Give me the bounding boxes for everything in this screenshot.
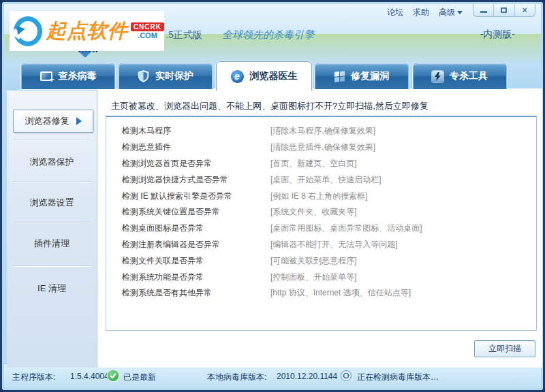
check-name: 检测桌面图标是否异常 xyxy=(122,223,270,234)
check-row: 检测恶意插件[清除恶意插件,确保修复效果] xyxy=(106,140,536,156)
check-row: 检测系统是否有其他异常[http 协议、Internet 选项、信任站点等] xyxy=(106,285,536,301)
top-link-bar: 论坛 求助 高级 xyxy=(387,7,463,18)
watermark-brand: 起点软件 xyxy=(46,18,128,45)
check-detail: [编辑器不能打开、无法导入等问题] xyxy=(270,239,398,250)
watermark-badge-bottom: .COM xyxy=(138,31,157,39)
check-circle-icon xyxy=(108,370,119,381)
check-name: 检测恶意插件 xyxy=(122,142,270,153)
sidebar-divider xyxy=(12,265,91,266)
slogan-text: 全球领先的杀毒引擎 xyxy=(222,29,314,42)
maximize-icon xyxy=(501,7,507,13)
lightning-icon xyxy=(432,71,443,82)
minimize-icon xyxy=(480,11,487,13)
check-list-panel: 检测木马程序[清除木马程序,确保修复效果] 检测恶意插件[清除恶意插件,确保修复… xyxy=(106,116,537,331)
check-name: 检测系统是否有其他异常 xyxy=(122,287,270,299)
checking-db-text: 正在检测病毒库版本… xyxy=(357,372,439,383)
watermark-badge-top: CNCRK xyxy=(131,22,164,31)
sidebar-item-browser-repair[interactable]: 浏览器修复 xyxy=(13,110,93,133)
version-suffix: .5正式版 xyxy=(166,29,202,42)
check-row: 检测 IE 默认搜索引擎是否异常[例如 IE 8 右上角的搜索框] xyxy=(106,188,536,204)
check-row: 检测注册表编辑器是否异常[编辑器不能打开、无法导入等问题] xyxy=(106,237,536,253)
check-detail: [例如 IE 8 右上角的搜索框] xyxy=(270,191,368,202)
program-version-label: 主程序版本: xyxy=(12,372,55,383)
check-row: 检测浏览器首页是否异常[首页、新建页、空白页] xyxy=(106,156,536,172)
beta-label: -内测版- xyxy=(480,29,515,41)
check-name: 检测浏览器快捷方式是否异常 xyxy=(122,174,270,186)
update-spinner-icon xyxy=(341,370,352,381)
check-name: 检测系统关键位置是否异常 xyxy=(122,206,270,218)
chevron-down-icon xyxy=(457,11,463,14)
db-version-label: 本地病毒库版本: xyxy=(207,372,266,383)
advanced-menu-label: 高级 xyxy=(439,7,455,18)
close-icon: × xyxy=(523,6,527,14)
scan-now-button[interactable]: 立即扫描 xyxy=(474,340,535,357)
check-detail: [清除木马程序,确保修复效果] xyxy=(270,125,375,137)
tab-label: 专杀工具 xyxy=(450,70,488,82)
close-button[interactable]: × xyxy=(514,4,535,16)
swirl-logo-icon xyxy=(14,16,42,46)
check-row: 检测系统关键位置是否异常[系统文件夹、收藏夹等] xyxy=(106,204,536,220)
tab-fix-vulnerabilities[interactable]: 修复漏洞 xyxy=(315,63,409,89)
sidebar-divider xyxy=(12,222,91,223)
window-controls: × xyxy=(473,4,535,17)
tab-scan-virus[interactable]: 查杀病毒 xyxy=(21,63,115,89)
ie-icon: e xyxy=(231,70,244,83)
check-detail: [首页、新建页、空白页] xyxy=(270,158,357,169)
check-name: 检测系统功能是否异常 xyxy=(122,272,270,283)
check-row: 检测系统功能是否异常[控制面板、开始菜单等] xyxy=(106,269,536,285)
tab-browser-doctor[interactable]: e 浏览器医生 xyxy=(216,61,312,91)
check-row: 检测木马程序[清除木马程序,确保修复效果] xyxy=(106,123,536,140)
tab-label: 浏览器医生 xyxy=(250,70,298,82)
arrow-right-icon xyxy=(76,117,82,125)
check-detail: [桌面常用图标、桌面异常图标、活动桌面] xyxy=(270,223,422,234)
tab-realtime-protect[interactable]: 实时保护 xyxy=(119,63,213,89)
check-name: 检测木马程序 xyxy=(122,125,270,137)
check-name: 检测 IE 默认搜索引擎是否异常 xyxy=(122,191,270,202)
help-link[interactable]: 求助 xyxy=(413,7,429,18)
watermark-badge: CNCRK .COM xyxy=(131,22,164,39)
maximize-button[interactable] xyxy=(493,4,514,16)
check-detail: [可能被关联到恶意程序] xyxy=(270,255,357,267)
sidebar-item-browser-protect[interactable]: 浏览器保护 xyxy=(7,156,97,168)
check-name: 检测文件关联是否异常 xyxy=(122,255,270,267)
check-row: 检测文件关联是否异常[可能被关联到恶意程序] xyxy=(106,252,536,269)
sidebar-divider xyxy=(12,181,91,182)
sidebar: 浏览器修复 浏览器保护 浏览器设置 插件清理 IE 清理 xyxy=(7,91,97,368)
sidebar-item-ie-clean[interactable]: IE 清理 xyxy=(7,282,97,295)
advanced-menu[interactable]: 高级 xyxy=(439,7,463,18)
forum-link[interactable]: 论坛 xyxy=(387,7,403,18)
sidebar-item-plugin-clean[interactable]: 插件清理 xyxy=(7,238,97,250)
app-window: 论坛 求助 高级 × www 起点软件 CNCRK .COM .5正式版 全球领… xyxy=(0,0,545,392)
minimize-button[interactable] xyxy=(473,4,493,16)
windows-icon xyxy=(334,71,345,82)
check-row: 检测桌面图标是否异常[桌面常用图标、桌面异常图标、活动桌面] xyxy=(106,220,536,237)
sidebar-item-browser-settings[interactable]: 浏览器设置 xyxy=(7,197,97,209)
check-detail: [系统文件夹、收藏夹等] xyxy=(270,206,357,218)
check-name: 检测注册表编辑器是否异常 xyxy=(122,239,270,250)
check-row: 检测浏览器快捷方式是否异常[桌面、开始菜单、快速启动栏] xyxy=(106,172,536,188)
db-version-value: 2010.12.20.1144 xyxy=(277,372,337,381)
check-detail: [控制面板、开始菜单等] xyxy=(270,272,357,283)
tab-label: 修复漏洞 xyxy=(351,70,389,82)
tab-label: 实时保护 xyxy=(155,70,193,82)
check-detail: [http 协议、Internet 选项、信任站点等] xyxy=(270,287,411,299)
monitor-icon xyxy=(40,71,52,81)
tab-special-kill-tools[interactable]: 专杀工具 xyxy=(413,63,507,89)
sidebar-item-label: 浏览器修复 xyxy=(25,115,69,127)
check-detail: [桌面、开始菜单、快速启动栏] xyxy=(270,174,382,186)
main-content: 主页被篡改、浏览器出问题、不能上网、桌面图标打不开?立即扫描,然后立即修复 检测… xyxy=(97,88,542,368)
watermark-logo: 起点软件 CNCRK .COM xyxy=(10,11,164,51)
page-title: 主页被篡改、浏览器出问题、不能上网、桌面图标打不开?立即扫描,然后立即修复 xyxy=(111,100,429,112)
up-to-date-text: 已是最新 xyxy=(123,372,156,383)
tab-label: 查杀病毒 xyxy=(59,70,97,82)
sidebar-divider xyxy=(12,139,91,140)
check-detail: [清除恶意插件,确保修复效果] xyxy=(270,142,375,153)
check-name: 检测浏览器首页是否异常 xyxy=(122,158,270,169)
shield-icon xyxy=(138,70,149,82)
program-version-value: 1.5.4.4004 xyxy=(70,372,109,381)
